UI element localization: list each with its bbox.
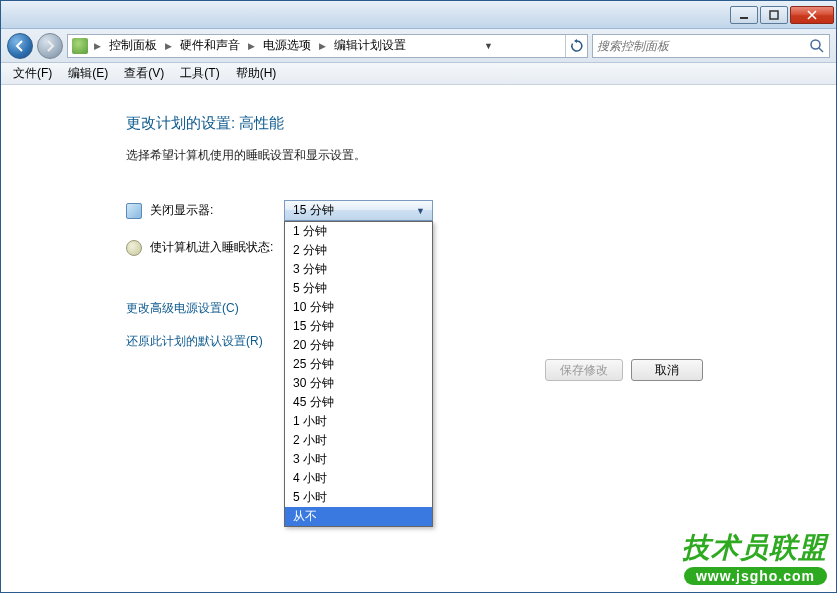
setting-sleep: 使计算机进入睡眠状态:: [126, 239, 835, 256]
combo-option[interactable]: 20 分钟: [285, 336, 432, 355]
combo-option[interactable]: 4 小时: [285, 469, 432, 488]
forward-button[interactable]: [37, 33, 63, 59]
chevron-down-icon: ▼: [413, 206, 428, 216]
page-title: 更改计划的设置: 高性能: [126, 114, 835, 133]
breadcrumb-dropdown[interactable]: ▼: [480, 35, 498, 57]
action-row: 保存修改 取消: [545, 359, 703, 381]
watermark-title: 技术员联盟: [682, 529, 827, 567]
combo-option[interactable]: 2 分钟: [285, 241, 432, 260]
search-box: [592, 34, 830, 58]
setting-turn-off-display: 关闭显示器: 15 分钟 ▼ 1 分钟2 分钟3 分钟5 分钟10 分钟15 分…: [126, 200, 835, 221]
svg-line-3: [819, 48, 823, 52]
svg-rect-1: [770, 11, 778, 19]
menu-file[interactable]: 文件(F): [5, 63, 60, 84]
search-input[interactable]: [597, 39, 809, 53]
monitor-icon: [126, 203, 142, 219]
menubar: 文件(F) 编辑(E) 查看(V) 工具(T) 帮助(H): [1, 63, 836, 85]
breadcrumb: ▶ 控制面板 ▶ 硬件和声音 ▶ 电源选项 ▶ 编辑计划设置 ▼: [67, 34, 588, 58]
display-timeout-select[interactable]: 15 分钟 ▼: [284, 200, 433, 221]
window-controls: [730, 6, 836, 24]
menu-view[interactable]: 查看(V): [116, 63, 172, 84]
combo-value: 15 分钟: [293, 202, 334, 219]
advanced-settings-link[interactable]: 更改高级电源设置(C): [126, 300, 835, 317]
watermark-url: www.jsgho.com: [684, 567, 827, 585]
close-button[interactable]: [790, 6, 834, 24]
cancel-button[interactable]: 取消: [631, 359, 703, 381]
combo-option[interactable]: 3 小时: [285, 450, 432, 469]
back-button[interactable]: [7, 33, 33, 59]
menu-tools[interactable]: 工具(T): [172, 63, 227, 84]
svg-rect-0: [740, 17, 748, 19]
titlebar: [1, 1, 836, 29]
menu-help[interactable]: 帮助(H): [228, 63, 285, 84]
breadcrumb-item[interactable]: 电源选项: [257, 35, 317, 57]
address-bar-row: ▶ 控制面板 ▶ 硬件和声音 ▶ 电源选项 ▶ 编辑计划设置 ▼: [1, 29, 836, 63]
content-pane: 更改计划的设置: 高性能 选择希望计算机使用的睡眠设置和显示设置。 关闭显示器:…: [2, 86, 835, 591]
display-timeout-options: 1 分钟2 分钟3 分钟5 分钟10 分钟15 分钟20 分钟25 分钟30 分…: [284, 221, 433, 527]
refresh-button[interactable]: [565, 35, 587, 57]
setting-label: 关闭显示器:: [150, 202, 284, 219]
combo-option[interactable]: 10 分钟: [285, 298, 432, 317]
window-frame: ▶ 控制面板 ▶ 硬件和声音 ▶ 电源选项 ▶ 编辑计划设置 ▼ 文件(F) 编…: [0, 0, 837, 593]
combo-option[interactable]: 5 分钟: [285, 279, 432, 298]
maximize-button[interactable]: [760, 6, 788, 24]
combo-option[interactable]: 45 分钟: [285, 393, 432, 412]
combo-option[interactable]: 5 小时: [285, 488, 432, 507]
breadcrumb-item[interactable]: 硬件和声音: [174, 35, 246, 57]
chevron-right-icon: ▶: [246, 41, 257, 51]
svg-point-2: [811, 40, 820, 49]
breadcrumb-item[interactable]: 控制面板: [103, 35, 163, 57]
setting-label: 使计算机进入睡眠状态:: [150, 239, 284, 256]
breadcrumb-item[interactable]: 编辑计划设置: [328, 35, 412, 57]
save-button[interactable]: 保存修改: [545, 359, 623, 381]
chevron-right-icon: ▶: [163, 41, 174, 51]
watermark: 技术员联盟 www.jsgho.com: [682, 529, 827, 585]
combo-option[interactable]: 3 分钟: [285, 260, 432, 279]
chevron-right-icon: ▶: [317, 41, 328, 51]
links-section: 更改高级电源设置(C) 还原此计划的默认设置(R): [126, 300, 835, 350]
restore-defaults-link[interactable]: 还原此计划的默认设置(R): [126, 333, 835, 350]
control-panel-icon: [72, 38, 88, 54]
page-description: 选择希望计算机使用的睡眠设置和显示设置。: [126, 147, 835, 164]
menu-edit[interactable]: 编辑(E): [60, 63, 116, 84]
combo-option[interactable]: 从不: [285, 507, 432, 526]
moon-icon: [126, 240, 142, 256]
combo-option[interactable]: 30 分钟: [285, 374, 432, 393]
chevron-right-icon: ▶: [92, 41, 103, 51]
combo-option[interactable]: 1 小时: [285, 412, 432, 431]
combo-option[interactable]: 2 小时: [285, 431, 432, 450]
search-icon[interactable]: [809, 38, 825, 54]
combo-option[interactable]: 15 分钟: [285, 317, 432, 336]
combo-option[interactable]: 1 分钟: [285, 222, 432, 241]
combo-option[interactable]: 25 分钟: [285, 355, 432, 374]
minimize-button[interactable]: [730, 6, 758, 24]
display-timeout-combo: 15 分钟 ▼ 1 分钟2 分钟3 分钟5 分钟10 分钟15 分钟20 分钟2…: [284, 200, 433, 221]
